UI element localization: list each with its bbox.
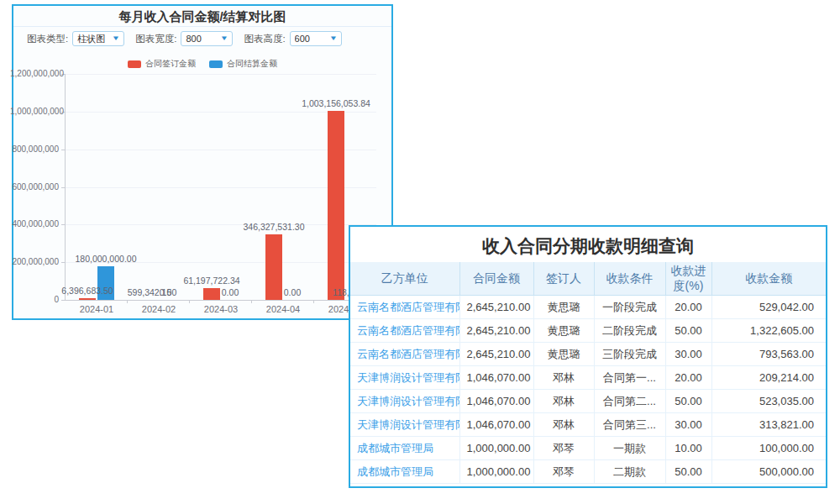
title-separator [13,26,391,27]
bar-合同签订金额-2024-01[interactable] [79,298,96,300]
x-axis-label: 2024-04 [252,304,314,314]
bar-value-label: 180,000,000.00 [55,254,156,264]
cell-condition: 合同第三... [594,413,665,437]
legend-swatch-blue [209,60,223,68]
cell-company[interactable]: 天津博润设计管理有限公司 [350,366,459,390]
bar-合同签订金额-2024-05[interactable] [328,111,344,300]
y-axis-tick [61,187,66,188]
cell-company[interactable]: 成都城市管理局 [350,460,459,484]
cell-company[interactable]: 云南名都酒店管理有限公司 [350,296,459,319]
table-row: 云南名都酒店管理有限公司2,645,210.00黄思璐二阶段完成50.001,3… [350,319,826,343]
chevron-down-icon: ▼ [112,35,120,42]
chart-type-control: 图表类型: 柱状图 ▼ [27,31,124,46]
chart-height-control: 图表高度: 600 ▼ [244,31,341,46]
company-link[interactable]: 成都城市管理局 [357,442,433,454]
x-axis-label: 2024-01 [66,304,128,314]
cell-signer: 邓林 [533,390,594,413]
cell-company[interactable]: 云南名都酒店管理有限公司 [350,319,459,343]
chart-height-select[interactable]: 600 ▼ [290,31,342,46]
y-axis-label: 1,200,000,000 [10,69,59,78]
chart-width-select[interactable]: 800 ▼ [181,31,233,46]
y-axis-label: 600,000,000 [10,182,59,192]
cell-signer: 黄思璐 [533,343,594,366]
cell-signer: 邓林 [533,366,594,390]
x-axis-label: 2024-02 [128,304,190,314]
table-row: 天津博润设计管理有限公司1,046,070.00邓林合同第二...50.0052… [350,390,826,413]
chart-type-label: 图表类型: [27,33,68,45]
chart-width-value: 800 [186,34,201,44]
table-row: 云南名都酒店管理有限公司2,645,210.00黄思璐一阶段完成20.00529… [350,296,826,319]
cell-company[interactable]: 天津博润设计管理有限公司 [350,390,459,413]
cell-amount: 793,563.00 [711,343,826,366]
company-link[interactable]: 天津博润设计管理有限公司 [357,395,459,407]
cell-contract-amount: 2,645,210.00 [459,296,533,319]
column-header: 收款金额 [711,262,826,296]
cell-progress: 50.00 [665,390,711,413]
cell-signer: 邓琴 [533,460,594,484]
cell-progress: 20.00 [665,366,711,390]
cell-condition: 合同第二... [594,390,665,413]
cell-progress: 20.00 [665,296,711,319]
cell-amount: 529,042.00 [711,296,826,319]
chart-controls: 图表类型: 柱状图 ▼ 图表宽度: 800 ▼ 图表高度: 600 ▼ [27,31,385,46]
cell-progress: 50.00 [665,460,711,484]
company-link[interactable]: 成都城市管理局 [357,465,433,478]
legend-item-settle[interactable]: 合同结算金额 [209,58,277,70]
x-axis-label: 2024-03 [190,304,252,314]
cell-contract-amount: 2,645,210.00 [459,343,533,366]
cell-company[interactable]: 天津博润设计管理有限公司 [350,413,459,437]
table-header-row: 乙方单位合同金额签订人收款条件收款进度(%)收款金额 [350,262,826,296]
company-link[interactable]: 云南名都酒店管理有限公司 [357,348,459,360]
cell-contract-amount: 2,645,210.00 [459,319,533,343]
table-row: 天津博润设计管理有限公司1,046,070.00邓林合同第一...20.0020… [350,366,826,390]
cell-amount: 523,035.00 [711,390,826,413]
x-axis-tick [251,300,252,303]
x-axis-tick [313,300,314,303]
cell-progress: 30.00 [665,343,711,366]
chart-height-label: 图表高度: [244,33,285,45]
cell-condition: 合同第一... [594,366,665,390]
cell-company[interactable]: 成都城市管理局 [350,437,459,460]
bar-value-label: 1,003,156,053.84 [286,98,386,108]
cell-contract-amount: 1,000,000.00 [459,437,533,460]
column-header: 收款条件 [594,262,665,296]
legend-item-sign[interactable]: 合同签订金额 [128,58,196,70]
company-link[interactable]: 天津博润设计管理有限公司 [357,418,459,431]
cell-condition: 一期款 [594,437,665,460]
cell-progress: 10.00 [665,437,711,460]
installment-table: 乙方单位合同金额签订人收款条件收款进度(%)收款金额 云南名都酒店管理有限公司2… [350,262,826,484]
y-axis-label: 400,000,000 [10,219,59,228]
chart-type-select[interactable]: 柱状图 ▼ [72,31,124,46]
table-row: 成都城市管理局1,000,000.00邓琴一期款10.00100,000.00 [350,437,826,460]
cell-company[interactable]: 云南名都酒店管理有限公司 [350,343,459,366]
legend-swatch-red [128,60,141,68]
x-axis-tick [189,300,190,303]
x-axis-tick [127,300,128,303]
y-axis-label: 0 [10,295,59,304]
cell-condition: 三阶段完成 [594,343,665,366]
company-link[interactable]: 云南名都酒店管理有限公司 [357,301,459,313]
bar-value-label: 61,197,722.34 [161,276,262,286]
chart-title: 每月收入合同金额/结算对比图 [13,8,391,26]
cell-amount: 313,821.00 [711,413,826,437]
chart-type-value: 柱状图 [77,33,105,45]
company-link[interactable]: 天津博润设计管理有限公司 [357,371,459,384]
cell-contract-amount: 1,046,070.00 [459,413,533,437]
cell-amount: 209,214.00 [711,366,826,390]
cell-contract-amount: 1,046,070.00 [459,366,533,390]
chevron-down-icon: ▼ [328,35,337,42]
column-header: 乙方单位 [350,262,459,296]
y-axis-label: 800,000,000 [10,144,59,154]
chart-height-value: 600 [295,34,310,44]
cell-signer: 黄思璐 [533,296,594,319]
legend-label: 合同签订金额 [145,58,196,70]
table-row: 天津博润设计管理有限公司1,046,070.00邓林合同第三...30.0031… [350,413,826,437]
cell-signer: 黄思璐 [533,319,594,343]
cell-progress: 50.00 [665,319,711,343]
company-link[interactable]: 云南名都酒店管理有限公司 [357,324,459,337]
table-body: 云南名都酒店管理有限公司2,645,210.00黄思璐一阶段完成20.00529… [350,296,826,484]
y-axis-label: 1,000,000,000 [10,107,59,116]
cell-amount: 500,000.00 [711,460,826,484]
table-title: 收入合同分期收款明细查询 [350,227,826,262]
chart-panel: 每月收入合同金额/结算对比图 图表类型: 柱状图 ▼ 图表宽度: 800 ▼ 图… [12,4,393,320]
